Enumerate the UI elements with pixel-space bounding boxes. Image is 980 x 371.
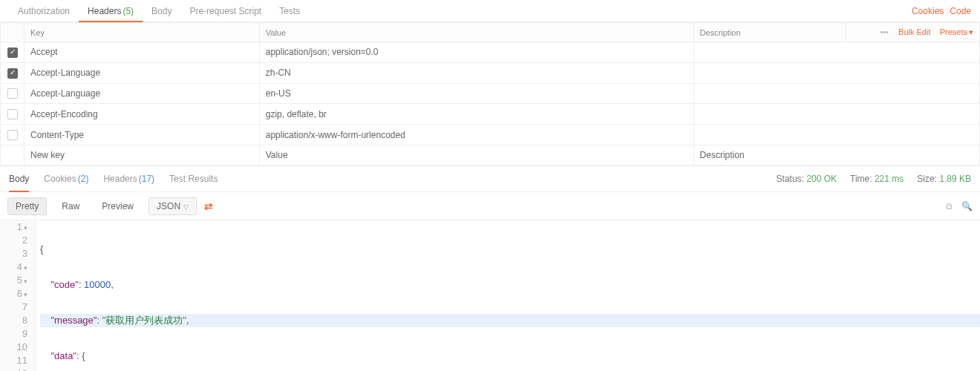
response-tabs: Body Cookies(2) Headers(17) Test Results… (0, 165, 980, 192)
format-dropdown[interactable]: JSON▽ (148, 197, 197, 215)
row-checkbox[interactable] (7, 109, 18, 119)
table-row[interactable]: Content-Type application/x-www-form-urle… (1, 125, 980, 145)
pretty-button[interactable]: Pretty (7, 197, 47, 215)
new-key-input[interactable]: New key (24, 145, 260, 165)
code-lines[interactable]: { "code": 10000, "message": "获取用户列表成功", … (36, 220, 980, 371)
new-value-input[interactable]: Value (259, 145, 693, 165)
row-checkbox[interactable] (7, 47, 18, 58)
resp-tab-body[interactable]: Body (9, 165, 29, 192)
view-bar: Pretty Raw Preview JSON▽ ⇄ ⧉ 🔍 (0, 192, 980, 220)
cookies-link[interactable]: Cookies (912, 6, 944, 16)
headers-table: Key Value Description ••• Bulk Edit Pres… (0, 22, 980, 165)
resp-tab-cookies[interactable]: Cookies(2) (44, 165, 88, 192)
tab-headers[interactable]: Headers(5) (79, 0, 143, 22)
cell-key[interactable]: Accept (24, 42, 260, 63)
more-icon[interactable]: ••• (880, 27, 889, 36)
cell-value[interactable]: application/x-www-form-urlencoded (259, 125, 693, 145)
row-checkbox[interactable] (7, 88, 18, 99)
col-value: Value (259, 23, 693, 42)
col-key: Key (24, 23, 260, 42)
status-value: 200 OK (806, 174, 837, 184)
cell-key[interactable]: Accept-Language (24, 62, 260, 83)
cell-value[interactable]: en-US (259, 83, 693, 104)
table-row[interactable]: Accept application/json; version=0.0 (1, 42, 980, 63)
status-label: Status: 200 OK (777, 174, 837, 184)
cell-value[interactable]: zh-CN (259, 62, 693, 83)
row-checkbox[interactable] (7, 68, 18, 79)
cell-key[interactable]: Accept-Language (24, 83, 260, 104)
response-body[interactable]: 1▾ 2 3 4▾ 5▾ 6▾ 7 8 9 10 11 12 13 { "cod… (0, 220, 980, 371)
cell-desc[interactable] (693, 42, 979, 63)
tab-tests[interactable]: Tests (270, 0, 309, 22)
line-gutter: 1▾ 2 3 4▾ 5▾ 6▾ 7 8 9 10 11 12 13 (0, 220, 36, 371)
time-value: 221 ms (875, 174, 904, 184)
cell-desc[interactable] (693, 62, 979, 83)
time-label: Time: 221 ms (850, 174, 904, 184)
tab-authorization[interactable]: Authorization (9, 0, 79, 22)
col-desc: Description (693, 23, 846, 42)
cell-desc[interactable] (693, 125, 979, 145)
size-label: Size: 1.89 KB (917, 174, 971, 184)
presets-dropdown[interactable]: Presets▾ (940, 27, 973, 36)
cell-value[interactable]: gzip, deflate, br (259, 104, 693, 125)
code-link[interactable]: Code (950, 6, 971, 16)
resp-tab-headers[interactable]: Headers(17) (103, 165, 154, 192)
cell-desc[interactable] (693, 83, 979, 104)
request-tabs: Authorization Headers(5) Body Pre-reques… (0, 0, 980, 22)
tab-prerequest[interactable]: Pre-request Script (180, 0, 270, 22)
table-row[interactable]: Accept-Encoding gzip, deflate, br (1, 104, 980, 125)
resp-tab-testresults[interactable]: Test Results (169, 165, 218, 192)
search-icon[interactable]: 🔍 (961, 201, 973, 211)
cell-value[interactable]: application/json; version=0.0 (259, 42, 693, 63)
new-desc-input[interactable]: Description (693, 145, 979, 165)
preview-button[interactable]: Preview (94, 198, 141, 214)
size-value: 1.89 KB (939, 174, 971, 184)
raw-button[interactable]: Raw (54, 198, 87, 214)
cell-key[interactable]: Content-Type (24, 125, 260, 145)
table-row[interactable]: Accept-Language zh-CN (1, 62, 980, 83)
row-checkbox[interactable] (7, 130, 18, 140)
table-row-new[interactable]: New key Value Description (1, 145, 980, 165)
table-row[interactable]: Accept-Language en-US (1, 83, 980, 104)
bulk-edit-link[interactable]: Bulk Edit (898, 27, 930, 36)
tab-body[interactable]: Body (143, 0, 180, 22)
wrap-icon[interactable]: ⇄ (204, 200, 213, 212)
cell-desc[interactable] (693, 104, 979, 125)
copy-icon[interactable]: ⧉ (946, 201, 953, 211)
cell-key[interactable]: Accept-Encoding (24, 104, 260, 125)
